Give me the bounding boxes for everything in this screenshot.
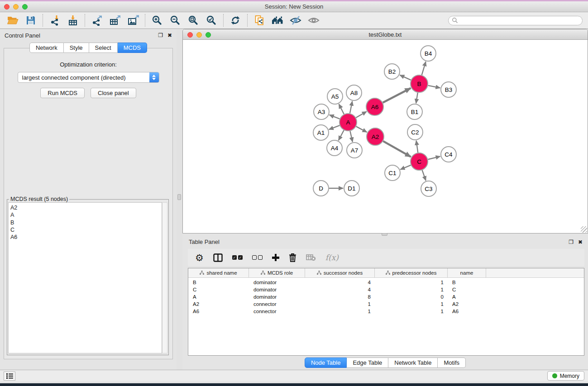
edge-A-A4[interactable] — [339, 130, 344, 140]
cell-MCDS-role[interactable]: connector — [249, 301, 305, 307]
edge-C-C1[interactable] — [400, 165, 411, 170]
cell-name[interactable]: B — [448, 280, 486, 285]
zoom-selected-icon[interactable] — [202, 13, 220, 28]
clone-network-icon[interactable] — [250, 13, 268, 28]
cell-MCDS-role[interactable]: dominator — [249, 280, 305, 285]
tab-network[interactable]: Network — [29, 43, 64, 53]
cell-name[interactable]: A — [448, 294, 486, 300]
cell-successor-nodes[interactable]: 1 — [305, 309, 375, 314]
refresh-icon[interactable] — [226, 13, 244, 28]
column-header-predecessor-nodes[interactable]: predecessor nodes — [375, 268, 448, 277]
split-divider-vertical[interactable] — [177, 29, 182, 370]
zoom-window-button[interactable] — [22, 4, 28, 10]
cell-MCDS-role[interactable]: dominator — [249, 294, 305, 300]
node-A7[interactable]: A7 — [347, 143, 362, 158]
zoom-network-window-button[interactable] — [206, 32, 211, 38]
select-all-columns-icon[interactable]: ✓✓ — [232, 255, 243, 260]
close-panel-icon[interactable]: ✖ — [167, 32, 172, 38]
node-D1[interactable]: D1 — [344, 181, 359, 196]
edge-C-C3[interactable] — [422, 170, 426, 181]
edge-A-A8[interactable] — [350, 101, 352, 114]
edge-A-A7[interactable] — [350, 131, 352, 142]
column-header-name[interactable]: name — [448, 268, 486, 277]
deselect-all-columns-icon[interactable] — [252, 255, 263, 260]
node-C2[interactable]: C2 — [407, 124, 423, 140]
run-mcds-button[interactable]: Run MCDS — [40, 88, 85, 98]
import-network-icon[interactable] — [46, 13, 64, 28]
float-panel-icon[interactable]: ❐ — [158, 32, 163, 38]
edge-C-C2[interactable] — [416, 141, 418, 152]
cell-MCDS-role[interactable]: dominator — [249, 287, 305, 292]
node-B2[interactable]: B2 — [384, 64, 400, 79]
cell-shared-name[interactable]: A — [188, 294, 249, 300]
column-header-successor-nodes[interactable]: successor nodes — [305, 268, 375, 277]
cell-predecessor-nodes[interactable]: 1 — [375, 280, 448, 285]
mcds-result-list[interactable]: A2ABCA6 — [8, 202, 162, 353]
cell-successor-nodes[interactable]: 1 — [305, 301, 375, 307]
edge-A2-C[interactable] — [383, 141, 411, 157]
float-table-panel-icon[interactable]: ❐ — [569, 239, 574, 245]
cell-predecessor-nodes[interactable]: 1 — [375, 301, 448, 307]
export-network-icon[interactable] — [88, 13, 106, 28]
result-item[interactable]: C — [10, 226, 162, 234]
table-row[interactable]: Cdominator41C — [188, 286, 584, 293]
close-table-panel-icon[interactable]: ✖ — [578, 239, 583, 245]
node-A1[interactable]: A1 — [313, 125, 329, 140]
home-icon[interactable] — [268, 13, 287, 28]
result-item[interactable]: B — [10, 219, 162, 226]
result-scrollbar[interactable] — [162, 202, 167, 353]
tab-node-table[interactable]: Node Table — [305, 357, 347, 368]
cell-successor-nodes[interactable]: 4 — [305, 280, 375, 285]
open-session-icon[interactable] — [4, 13, 22, 28]
function-builder-icon[interactable]: f(x) — [325, 253, 339, 262]
cell-successor-nodes[interactable]: 8 — [305, 294, 375, 300]
zoom-in-icon[interactable] — [148, 13, 166, 28]
node-A4[interactable]: A4 — [327, 140, 342, 156]
table-settings-icon[interactable]: ⚙ — [195, 253, 204, 262]
cell-predecessor-nodes[interactable]: 1 — [375, 309, 448, 314]
show-column-panel-icon[interactable] — [213, 253, 223, 262]
close-window-button[interactable] — [4, 4, 10, 10]
zoom-out-icon[interactable] — [166, 13, 184, 28]
split-divider-horizontal[interactable] — [182, 234, 588, 236]
edge-A-A6[interactable] — [356, 111, 366, 118]
hide-graphics-details-icon[interactable] — [287, 13, 305, 28]
optimization-criterion-select[interactable]: largest connected component (directed) — [18, 72, 159, 83]
node-C1[interactable]: C1 — [385, 165, 400, 181]
search-field[interactable] — [448, 16, 583, 25]
show-graphics-details-icon[interactable] — [305, 13, 323, 28]
tab-style[interactable]: Style — [64, 43, 89, 53]
edge-A6-B[interactable] — [383, 88, 411, 103]
cell-predecessor-nodes[interactable]: 1 — [375, 287, 448, 292]
cell-shared-name[interactable]: B — [188, 280, 249, 285]
delete-table-icon[interactable] — [306, 254, 316, 261]
divider-handle[interactable] — [177, 194, 181, 200]
edge-C-C4[interactable] — [428, 157, 440, 160]
column-header-shared-name[interactable]: shared name — [188, 268, 249, 277]
cell-shared-name[interactable]: A6 — [188, 309, 249, 314]
node-A3[interactable]: A3 — [314, 104, 329, 119]
export-image-icon[interactable] — [124, 13, 142, 28]
cell-successor-nodes[interactable]: 4 — [305, 287, 375, 292]
node-A8[interactable]: A8 — [346, 85, 362, 100]
network-window-titlebar[interactable]: testGlobe.txt — [183, 29, 588, 40]
edge-B-B4[interactable] — [422, 62, 426, 75]
edge-B-B2[interactable] — [400, 75, 411, 80]
node-A5[interactable]: A5 — [327, 89, 343, 104]
edge-A-A5[interactable] — [339, 104, 344, 114]
tab-mcds[interactable]: MCDS — [118, 43, 147, 53]
edge-A-A1[interactable] — [329, 125, 340, 129]
table-row[interactable]: Bdominator41B — [188, 279, 584, 286]
export-table-icon[interactable] — [106, 13, 124, 28]
node-A[interactable]: A — [339, 114, 357, 131]
memory-button[interactable]: Memory — [547, 371, 584, 381]
cell-shared-name[interactable]: A2 — [188, 301, 249, 307]
resize-grip-icon[interactable] — [581, 226, 587, 233]
column-header-MCDS-role[interactable]: MCDS role — [249, 268, 305, 277]
tab-network-table[interactable]: Network Table — [388, 357, 438, 368]
node-C4[interactable]: C4 — [441, 147, 456, 162]
close-network-window-button[interactable] — [187, 32, 193, 38]
result-item[interactable]: A6 — [10, 234, 162, 241]
create-column-icon[interactable] — [272, 254, 279, 261]
minimize-window-button[interactable] — [13, 4, 19, 10]
